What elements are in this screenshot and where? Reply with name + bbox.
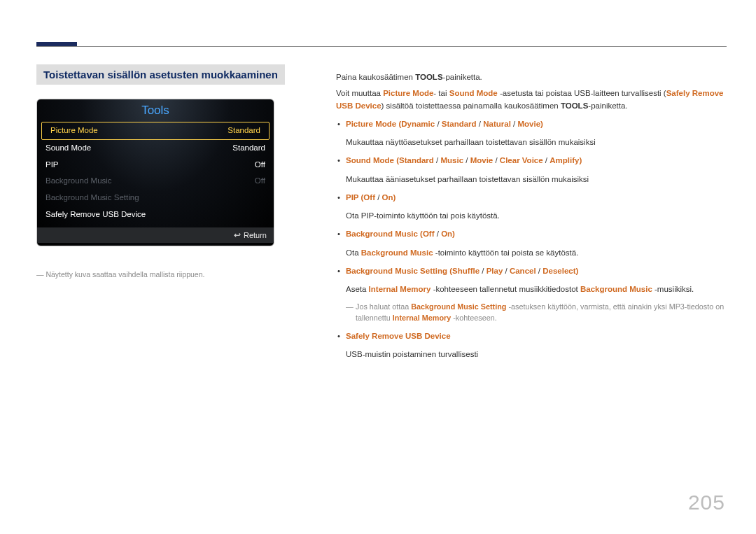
tools-menu-row[interactable]: PIPOff [37,157,274,174]
section-heading: Toistettavan sisällön asetusten muokkaam… [36,64,285,85]
internal-memory-keyword: Internal Memory [369,285,431,293]
return-label: Return [244,231,267,239]
separator: / [435,120,442,128]
name: Background Music [346,230,418,238]
name: Picture Mode [346,120,396,128]
bullet-safely-remove: Safely Remove USB Device [336,330,725,342]
option: Natural [483,120,511,128]
text: -painiketta. [588,101,627,110]
tools-panel-footer: ↩ Return [37,227,274,243]
menu-label: Background Music [46,176,112,186]
bullet-bg-music-setting: Background Music Setting (Shuffle / Play… [336,265,725,277]
bullet-head: Background Music Setting (Shuffle / Play… [346,267,578,275]
menu-value: Off [255,160,265,170]
header-rule [36,46,727,47]
tools-menu-row[interactable]: Safely Remove USB Device [37,206,274,223]
picture-mode-keyword: Picture Mode [383,89,433,97]
internal-memory-keyword: Internal Memory [393,314,451,322]
text: Voit muuttaa [336,89,383,97]
tools-menu-row[interactable]: Background Music Setting [37,190,274,206]
separator: / [375,193,382,202]
text: Aseta [346,285,369,293]
text: - tai [433,89,449,97]
right-column: Paina kaukosäätimen TOOLS-painiketta. Vo… [336,71,725,360]
option: Cancel [510,267,536,275]
tools-keyword: TOOLS [415,73,442,81]
bullet-bg-music-desc: Ota Background Music -toiminto käyttöön … [346,247,725,259]
separator: / [503,267,510,275]
bg-music-keyword: Background Music [361,248,433,257]
option: Amplify [550,156,579,164]
option: Music [440,156,463,164]
menu-value: Standard [232,143,265,153]
separator: / [511,120,518,128]
tools-panel: Tools Picture ModeStandardSound ModeStan… [36,99,274,246]
text: Jos haluat ottaa [356,302,411,311]
bullet-pip: PIP (Off / On) [336,192,725,204]
paragraph-2: Voit muuttaa Picture Mode- tai Sound Mod… [336,87,725,112]
separator: / [477,120,484,128]
bullet-picture-mode: Picture Mode (Dynamic / Standard / Natur… [336,118,725,130]
menu-value: Off [255,176,265,186]
tools-menu-row[interactable]: Background MusicOff [37,173,274,190]
bullet-head: Background Music (Off / On) [346,230,455,238]
bullet-head: PIP (Off / On) [346,193,396,202]
bullet-head: Sound Mode (Standard / Music / Movie / C… [346,156,582,164]
name: Sound Mode [346,156,394,164]
bullet-bg-music: Background Music (Off / On) [336,228,725,240]
text: -kohteeseen tallennetut musiikkitiedosto… [430,285,580,293]
option: On [441,230,452,238]
text: -kohteeseen. [451,314,496,322]
text: Paina kaukosäätimen [336,73,415,81]
separator: / [536,267,543,275]
option: On [382,193,393,202]
note-bg-music-setting: Jos haluat ottaa Background Music Settin… [346,301,725,323]
bullet-picture-mode-desc: Mukauttaa näyttöasetukset parhaillaan to… [346,136,725,148]
text: -asetusta tai poistaa USB-laitteen turva… [498,89,666,97]
bullet-list: Picture Mode (Dynamic / Standard / Natur… [336,118,725,360]
tools-keyword: TOOLS [561,101,588,110]
menu-label: PIP [46,160,59,170]
option: Play [486,267,503,275]
separator: / [435,230,442,238]
bullet-sound-mode: Sound Mode (Standard / Music / Movie / C… [336,155,725,167]
bg-music-setting-keyword: Background Music Setting [411,302,506,311]
bullet-pip-desc: Ota PIP-toiminto käyttöön tai pois käytö… [346,210,725,222]
name: Background Music Setting [346,267,447,275]
bullet-head: Picture Mode (Dynamic / Standard / Natur… [346,120,543,128]
option: Movie [470,156,493,164]
sound-mode-keyword: Sound Mode [449,89,498,97]
paragraph-1: Paina kaukosäätimen TOOLS-painiketta. [336,71,725,83]
name: PIP [346,193,358,202]
option: Shuffle [452,267,479,275]
separator: / [543,156,550,164]
text: ) sisältöä toistettaessa painamalla kauk… [382,101,561,110]
menu-label: Picture Mode [50,126,98,136]
text: -musiikiksi. [652,285,694,293]
tools-menu-row[interactable]: Picture ModeStandard [41,122,270,140]
return-icon: ↩ [234,230,241,240]
text: -painiketta. [443,73,482,81]
tools-menu-row[interactable]: Sound ModeStandard [37,140,274,157]
separator: / [493,156,500,164]
tools-panel-title: Tools [37,99,274,122]
bullet-bg-music-setting-desc: Aseta Internal Memory -kohteeseen tallen… [346,283,725,295]
option: Movie [517,120,540,128]
bg-music-keyword: Background Music [580,285,652,293]
menu-label: Safely Remove USB Device [46,210,146,220]
menu-value: Standard [227,126,260,136]
image-disclaimer-footnote: ― Näytetty kuva saattaa vaihdella mallis… [36,270,302,279]
bullet-sound-mode-desc: Mukauttaa ääniasetukset parhaillaan tois… [346,174,725,185]
bullet-safely-remove-desc: USB-muistin poistaminen turvallisesti [346,349,725,360]
menu-label: Sound Mode [46,143,91,153]
option: Deselect [542,267,575,275]
option: Clear Voice [500,156,543,164]
option: Dynamic [401,120,435,128]
left-column: Toistettavan sisällön asetusten muokkaam… [36,64,302,279]
option: Off [363,193,375,202]
text: Ota [346,248,361,257]
option: Off [423,230,435,238]
menu-label: Background Music Setting [46,193,139,203]
separator: / [463,156,470,164]
option: Standard [442,120,477,128]
